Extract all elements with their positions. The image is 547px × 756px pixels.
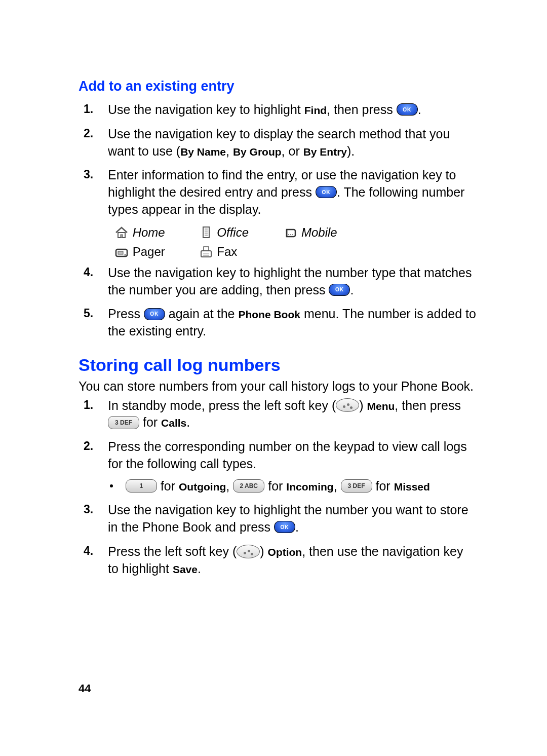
step-text: In standby mode, press the left soft key… xyxy=(108,398,336,412)
ok-button-icon: OK xyxy=(144,308,165,320)
subsection-heading-add-existing: Add to an existing entry xyxy=(79,79,476,94)
softkey-icon xyxy=(336,398,359,412)
bold-missed: Missed xyxy=(394,481,430,493)
bold-calls: Calls xyxy=(161,417,186,429)
type-pager-cell: Pager xyxy=(114,245,190,259)
manual-page: Add to an existing entry 1. Use the navi… xyxy=(0,0,547,756)
step-number: 1. xyxy=(84,101,93,117)
number-types-row-1: Home Office Mobile xyxy=(114,225,476,240)
bullet-text: for xyxy=(157,479,179,493)
section-heading-storing: Storing call log numbers xyxy=(79,355,476,375)
step-text: Press the left soft key ( xyxy=(108,544,237,558)
type-fax-cell: Fax xyxy=(199,245,275,259)
svg-rect-2 xyxy=(203,227,209,238)
type-fax-label: Fax xyxy=(217,245,237,258)
number-types-row-2: Pager Fax xyxy=(114,245,476,259)
page-number: 44 xyxy=(79,682,91,695)
bold-option: Option xyxy=(268,546,302,558)
step-a4: 4. Use the navigation key to highlight t… xyxy=(79,264,476,299)
steps-list-a-cont: 4. Use the navigation key to highlight t… xyxy=(79,264,476,340)
type-office-label: Office xyxy=(217,225,249,239)
call-type-bullet: 1 for Outgoing, 2 ABC for Incoming, 3 DE… xyxy=(108,478,476,495)
home-icon xyxy=(114,225,129,239)
bold-byentry: By Entry xyxy=(303,146,347,158)
ok-button-icon: OK xyxy=(329,284,350,296)
svg-rect-1 xyxy=(121,235,123,238)
svg-point-8 xyxy=(290,234,291,235)
step-number: 3. xyxy=(84,502,93,517)
step-number: 4. xyxy=(84,543,93,559)
key-3-icon: 3 DEF xyxy=(108,416,139,429)
bullet-text: for xyxy=(372,479,394,493)
steps-list-a: 1. Use the navigation key to highlight F… xyxy=(79,101,476,218)
step-a1: 1. Use the navigation key to highlight F… xyxy=(79,101,476,119)
svg-rect-13 xyxy=(204,247,209,251)
step-text: . xyxy=(198,561,201,576)
type-office-cell: Office xyxy=(199,225,275,240)
step-text: ). xyxy=(347,144,355,158)
type-pager-label: Pager xyxy=(133,245,165,258)
period: . xyxy=(295,520,299,534)
step-text: Use the navigation key to highlight the … xyxy=(108,266,472,297)
bold-byname: By Name xyxy=(180,146,226,158)
bold-menu: Menu xyxy=(367,400,395,412)
fax-icon xyxy=(199,245,214,258)
pager-icon xyxy=(114,245,129,258)
softkey-icon xyxy=(237,545,260,558)
step-text: , or xyxy=(282,144,303,158)
type-home-cell: Home xyxy=(114,225,190,240)
type-mobile-label: Mobile xyxy=(301,225,337,239)
bold-save: Save xyxy=(173,563,198,575)
step-number: 5. xyxy=(84,306,93,321)
bold-phonebook: Phone Book xyxy=(238,309,300,320)
step-number: 3. xyxy=(84,167,93,182)
bullet-icon xyxy=(110,484,113,487)
step-a3: 3. Enter information to find the entry, … xyxy=(79,167,476,218)
step-text: . xyxy=(186,415,190,429)
step-a5: 5. Press OK again at the Phone Book menu… xyxy=(79,306,476,340)
bullet-text: for xyxy=(264,479,286,493)
bold-incoming: Incoming xyxy=(286,481,333,493)
step-b1: 1. In standby mode, press the left soft … xyxy=(79,397,476,432)
ok-button-icon: OK xyxy=(274,521,295,533)
steps-list-b: 1. In standby mode, press the left soft … xyxy=(79,397,476,578)
step-b2: 2. Press the corresponding number on the… xyxy=(79,438,476,495)
step-text: , then press xyxy=(395,398,461,412)
bullet-text: , xyxy=(334,479,341,493)
step-text: ) xyxy=(359,398,367,412)
bold-outgoing: Outgoing xyxy=(179,481,226,493)
bold-find: Find xyxy=(304,104,327,116)
period: . xyxy=(418,102,421,117)
key-3-icon: 3 DEF xyxy=(341,479,372,493)
step-b4: 4. Press the left soft key () Option, th… xyxy=(79,543,476,578)
type-mobile-cell: Mobile xyxy=(283,225,359,240)
office-icon xyxy=(199,225,214,239)
step-text: , then press xyxy=(327,102,397,117)
ok-button-icon: OK xyxy=(397,103,418,116)
type-home-label: Home xyxy=(133,225,165,239)
step-text: Press the corresponding number on the ke… xyxy=(108,439,467,471)
step-text: Use the navigation key to highlight xyxy=(108,102,304,117)
bullet-text: , xyxy=(226,479,233,493)
svg-point-9 xyxy=(292,234,293,235)
step-number: 1. xyxy=(84,397,93,413)
svg-point-12 xyxy=(125,254,126,255)
step-text: again at the xyxy=(169,307,239,321)
key-1-icon: 1 xyxy=(126,479,157,493)
bold-bygroup: By Group xyxy=(233,146,282,158)
step-text: Press xyxy=(108,307,144,321)
step-number: 2. xyxy=(84,438,93,454)
step-b3: 3. Use the navigation key to highlight t… xyxy=(79,502,476,536)
step-text: , xyxy=(226,144,233,158)
step-text: for xyxy=(139,415,161,429)
mobile-icon xyxy=(283,225,298,239)
step-text: ) xyxy=(260,544,267,558)
key-2-icon: 2 ABC xyxy=(233,479,264,493)
svg-rect-11 xyxy=(118,251,123,254)
period: . xyxy=(350,283,354,297)
svg-point-7 xyxy=(288,234,289,235)
step-a2: 2. Use the navigation key to display the… xyxy=(79,126,476,160)
section-intro: You can store numbers from your call his… xyxy=(79,378,476,395)
step-number: 2. xyxy=(84,126,93,141)
step-number: 4. xyxy=(84,264,93,280)
